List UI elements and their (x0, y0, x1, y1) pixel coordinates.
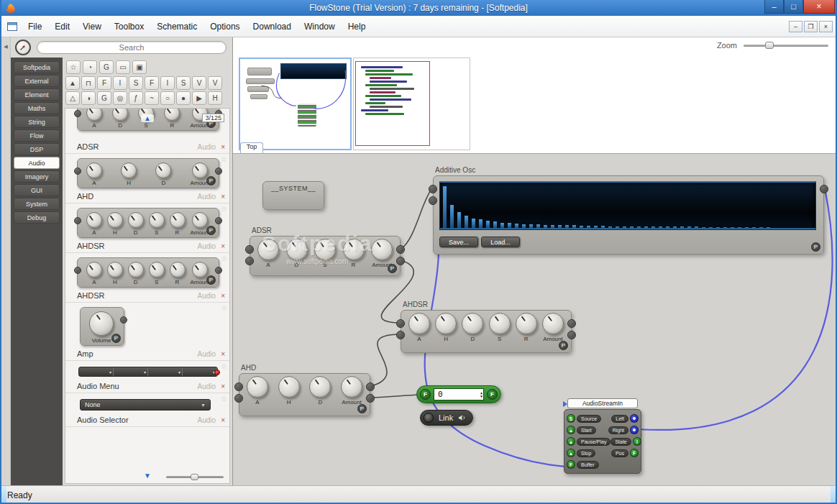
input-connector[interactable] (429, 196, 437, 205)
minimize-button[interactable]: – (764, 0, 784, 14)
int-connector-icon[interactable]: I (633, 437, 641, 446)
properties-badge[interactable]: P (388, 264, 397, 273)
knob[interactable] (128, 262, 144, 278)
module-preview[interactable]: AHDAmount P (77, 158, 219, 188)
harmonic-bar[interactable] (472, 219, 475, 228)
remove-icon[interactable]: × (221, 242, 225, 250)
maximize-button[interactable]: □ (784, 0, 803, 14)
navigator-thumbnail-top[interactable] (239, 58, 352, 150)
module-type-icon[interactable]: ⊓ (81, 76, 96, 90)
module-type-icon[interactable]: ƒ (129, 91, 143, 105)
knob[interactable] (89, 311, 114, 336)
remove-icon[interactable]: × (221, 350, 225, 358)
knob[interactable] (314, 239, 336, 260)
knob[interactable] (86, 109, 102, 121)
knob[interactable] (371, 239, 393, 260)
ahd-module[interactable]: AHD AHDAmount P (239, 373, 370, 416)
output-connector[interactable] (366, 394, 375, 403)
toolbox-home-icon[interactable] (15, 40, 31, 55)
harmonic-bar[interactable] (565, 225, 569, 228)
preview-size-slider[interactable] (166, 474, 224, 480)
asi-input-stop[interactable]: ▲ Stop (567, 449, 595, 457)
trigger-connector-icon[interactable]: ▲ (567, 426, 575, 434)
harmonic-bar[interactable] (465, 216, 468, 228)
asi-output-right[interactable]: Right (608, 426, 639, 434)
harmonic-bar[interactable] (759, 227, 763, 228)
harmonic-bar[interactable] (651, 226, 655, 228)
knob[interactable] (107, 262, 123, 278)
harmonic-bar[interactable] (644, 226, 648, 228)
collapse-toolbox-button[interactable]: ◀ (2, 42, 10, 52)
additive-osc-module[interactable]: Additive Osc Save... Load... P (433, 175, 824, 255)
knob[interactable] (86, 262, 102, 278)
ahdsr-module[interactable]: AHDSR AHDSRAmount P (401, 310, 572, 353)
sidebar-item-dsp[interactable]: DSP (14, 143, 60, 155)
input-connector[interactable] (245, 257, 254, 265)
asi-output-left[interactable]: Left (611, 414, 639, 423)
input-connector[interactable] (429, 185, 437, 193)
remove-icon[interactable]: × (221, 382, 225, 390)
harmonic-bar[interactable] (443, 186, 447, 228)
link-toggle[interactable]: Link (420, 410, 473, 426)
output-connector[interactable] (396, 245, 405, 254)
knob[interactable] (309, 376, 331, 398)
harmonics-display[interactable] (439, 181, 816, 230)
harmonic-bar[interactable] (587, 226, 590, 228)
favorite-star-icon[interactable]: ☆ (221, 304, 227, 312)
harmonic-bar[interactable] (659, 226, 662, 228)
scroll-down-button[interactable]: ▼ (144, 472, 151, 480)
module-type-icon[interactable]: S (176, 76, 191, 90)
float-output-connector[interactable]: F (487, 389, 498, 400)
properties-badge[interactable]: P (811, 242, 820, 252)
menu-download[interactable]: Download (247, 19, 298, 35)
toolbox-item-ahd[interactable]: AHDAmount P ☆ AHD Audio (65, 154, 229, 203)
remove-icon[interactable]: × (221, 292, 225, 300)
harmonic-bar[interactable] (716, 227, 720, 228)
knob[interactable] (107, 212, 123, 228)
toolbox-item-ahdsr-2[interactable]: AHDSRAmount P ☆ AHDSR Audio (65, 253, 229, 303)
module-type-icon[interactable]: G (97, 91, 111, 105)
spin-down-icon[interactable]: ▼ (480, 395, 482, 398)
asi-input-pause-play[interactable]: ▲ Pause/Play (567, 437, 610, 446)
favorite-filter-icon[interactable]: G (99, 60, 114, 74)
harmonic-bar[interactable] (745, 227, 749, 228)
save-button[interactable]: Save... (439, 237, 478, 247)
favorite-filter-icon[interactable]: ▭ (116, 60, 130, 74)
sidebar-item-element[interactable]: Element (14, 88, 60, 101)
menu-file[interactable]: File (22, 19, 48, 35)
favorite-filter-icon[interactable]: ▣ (132, 60, 147, 74)
audiostreamin-module[interactable]: AudioStreamIn S Source Left (564, 398, 641, 474)
knob[interactable] (149, 212, 165, 228)
menu-options[interactable]: Options (203, 19, 246, 35)
output-connector[interactable] (567, 331, 576, 339)
sidebar-item-softpedia[interactable]: Softpedia (14, 61, 60, 73)
sidebar-item-system[interactable]: System (14, 198, 60, 210)
module-type-icon[interactable]: ◑ (81, 91, 96, 105)
output-connector[interactable] (396, 257, 405, 265)
module-type-icon[interactable]: ~ (145, 91, 159, 105)
harmonic-bar[interactable] (479, 219, 482, 228)
module-type-icon[interactable]: I (113, 76, 127, 90)
knob[interactable] (86, 212, 102, 228)
toolbox-item-ahdsr[interactable]: AHDSRAmount P ☆ AHDSR Audio (65, 203, 229, 253)
knob[interactable] (192, 212, 208, 228)
toolbox-item-audio-selector[interactable]: None ▼ ☆ Audio Selector Audio × (65, 393, 229, 427)
harmonic-bar[interactable] (687, 226, 691, 228)
knob[interactable] (170, 262, 186, 278)
knob[interactable] (121, 162, 137, 178)
properties-badge[interactable]: P (559, 341, 568, 350)
menu-schematic[interactable]: Schematic (150, 19, 203, 35)
audio-selector-dropdown[interactable]: None ▼ (80, 399, 211, 411)
module-type-icon[interactable]: ○ (160, 91, 175, 105)
output-connector[interactable] (366, 382, 375, 391)
harmonic-bar[interactable] (767, 227, 770, 228)
trigger-connector-icon[interactable]: ▲ (567, 449, 575, 457)
harmonic-bar[interactable] (673, 226, 677, 228)
remove-icon[interactable]: × (221, 193, 225, 201)
harmonic-bar[interactable] (551, 225, 554, 228)
module-type-icon[interactable]: ▶ (192, 91, 206, 105)
harmonic-bar[interactable] (723, 227, 727, 228)
harmonic-bar[interactable] (572, 225, 576, 228)
menu-window[interactable]: Window (298, 19, 342, 35)
knob[interactable] (516, 313, 537, 334)
